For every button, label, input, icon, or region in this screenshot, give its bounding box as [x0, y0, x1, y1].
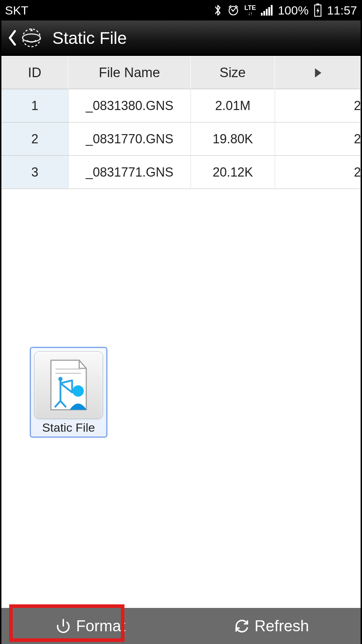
- cell-name: _0831770.GNS: [69, 122, 191, 156]
- cell-name: _0831380.GNS: [69, 89, 191, 122]
- status-bar: SKT LTE ↓↑ 100%: [0, 0, 362, 21]
- alarm-icon: [227, 4, 239, 16]
- back-button[interactable]: [7, 26, 43, 50]
- static-file-tile-label: Static File: [34, 419, 103, 435]
- refresh-label: Refresh: [255, 617, 309, 635]
- clock-time: 11:57: [327, 4, 357, 17]
- svg-rect-5: [271, 5, 273, 16]
- format-label: Format: [76, 617, 125, 635]
- table-row[interactable]: 2 _0831770.GNS 19.80K 2: [1, 122, 362, 156]
- svg-rect-4: [268, 7, 270, 16]
- globe-icon: [20, 26, 43, 50]
- table-row[interactable]: 1 _0831380.GNS 2.01M 2: [1, 89, 362, 122]
- svg-point-8: [23, 29, 40, 47]
- cell-more: 2: [275, 89, 362, 122]
- document-person-icon: [46, 358, 92, 412]
- static-file-tile[interactable]: Static File: [30, 347, 107, 438]
- frame-border: [361, 21, 362, 644]
- frame-border: [0, 21, 1, 644]
- file-table: ID File Name Size 1 _0831380.GNS 2.01M 2…: [1, 57, 362, 189]
- cell-id: 2: [1, 122, 69, 156]
- column-scroll-right[interactable]: [275, 57, 362, 89]
- cell-size: 19.80K: [191, 122, 275, 156]
- svg-point-16: [72, 385, 84, 397]
- battery-percent: 100%: [278, 4, 309, 17]
- battery-charging-icon: [314, 4, 322, 17]
- cell-name: _0831771.GNS: [69, 156, 191, 189]
- static-file-tile-icon: [34, 351, 103, 419]
- cell-id: 3: [1, 156, 69, 189]
- column-header-id[interactable]: ID: [1, 57, 69, 89]
- cell-more: 2: [275, 122, 362, 156]
- bluetooth-icon: [213, 4, 222, 17]
- table-header-row: ID File Name Size: [1, 57, 362, 89]
- carrier-label: SKT: [5, 4, 213, 17]
- power-icon: [56, 618, 71, 634]
- caret-right-icon: [314, 68, 323, 78]
- title-bar: Static File: [0, 21, 362, 56]
- refresh-icon: [234, 618, 250, 634]
- svg-rect-7: [316, 4, 319, 5]
- table-row[interactable]: 3 _0831771.GNS 20.12K 2: [1, 156, 362, 189]
- cell-size: 20.12K: [191, 156, 275, 189]
- signal-icon: [261, 5, 273, 16]
- svg-rect-2: [263, 11, 265, 16]
- cell-more: 2: [275, 156, 362, 189]
- svg-rect-3: [266, 9, 268, 16]
- svg-point-9: [23, 34, 40, 42]
- cell-id: 1: [1, 89, 69, 122]
- cell-size: 2.01M: [191, 89, 275, 122]
- bottom-toolbar: Format Refresh: [0, 608, 362, 644]
- column-header-filename[interactable]: File Name: [69, 57, 191, 89]
- format-button[interactable]: Format: [0, 608, 181, 644]
- svg-rect-1: [261, 13, 263, 16]
- page-title: Static File: [52, 28, 127, 48]
- network-lte-icon: LTE ↓↑: [244, 5, 256, 16]
- column-header-size[interactable]: Size: [191, 57, 275, 89]
- chevron-left-icon: [7, 30, 17, 46]
- refresh-button[interactable]: Refresh: [181, 608, 362, 644]
